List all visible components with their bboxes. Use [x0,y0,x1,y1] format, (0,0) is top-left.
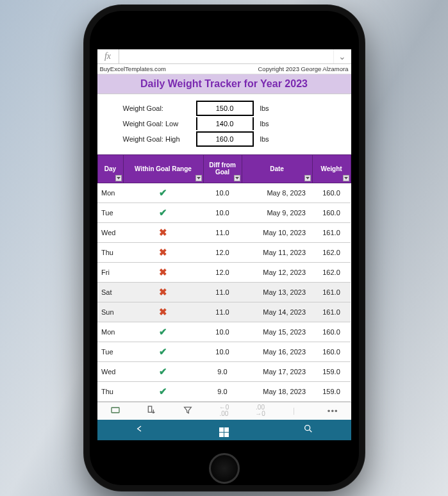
cell-in-range[interactable]: ✔ [123,322,203,342]
table-row[interactable]: Wed✖11.0May 10, 2023161.0 [97,222,351,242]
col-within-range[interactable]: Within Goal Range [123,154,203,183]
cell-diff[interactable]: 9.0 [203,381,242,401]
cell-diff[interactable]: 12.0 [203,242,242,262]
cell-in-range[interactable]: ✔ [123,381,203,401]
search-icon[interactable] [303,424,313,436]
decrease-decimal-icon[interactable]: ←0.00 [215,404,233,417]
cell-weight[interactable]: 159.0 [312,381,351,401]
cell-in-range[interactable]: ✖ [123,262,203,282]
cell-in-range[interactable]: ✖ [123,242,203,262]
cell-diff[interactable]: 10.0 [203,342,242,361]
table-row[interactable]: Thu✔9.0May 18, 2023159.0 [97,381,351,401]
cell-weight[interactable]: 161.0 [312,222,351,242]
goal-row-high: Weight Goal: High 160.0 lbs [104,131,345,147]
cell-day[interactable]: Tue [97,342,123,361]
formula-bar: fx ⌄ [97,49,351,64]
goal-value-high[interactable]: 160.0 [196,131,254,147]
back-icon[interactable] [135,424,145,436]
cell-date[interactable]: May 17, 2023 [242,361,312,381]
cell-weight[interactable]: 159.0 [312,361,351,381]
cell-in-range[interactable]: ✔ [123,203,203,222]
cell-weight[interactable]: 161.0 [312,302,351,322]
cell-diff[interactable]: 11.0 [203,222,242,242]
cell-weight[interactable]: 160.0 [312,183,351,203]
cell-day[interactable]: Mon [97,183,123,203]
cell-date[interactable]: May 11, 2023 [242,242,312,262]
system-nav-bar [97,420,351,440]
cell-day[interactable]: Wed [97,222,123,242]
cell-day[interactable]: Sat [97,282,123,302]
cell-day[interactable]: Wed [97,361,123,381]
col-weight[interactable]: Weight [312,154,351,183]
cell-in-range[interactable]: ✔ [123,361,203,381]
cell-weight[interactable]: 162.0 [312,242,351,262]
screen: fx ⌄ BuyExcelTemplates.com Copyright 202… [97,49,351,440]
cell-date[interactable]: May 13, 2023 [242,282,312,302]
windows-icon[interactable] [219,423,229,437]
increase-decimal-icon[interactable]: .00→0 [251,404,269,417]
cell-date[interactable]: May 9, 2023 [242,203,312,222]
cell-day[interactable]: Tue [97,203,123,222]
col-label: Within Goal Range [135,165,192,172]
cell-weight[interactable]: 160.0 [312,203,351,222]
cell-date[interactable]: May 16, 2023 [242,342,312,361]
table-row[interactable]: Thu✖12.0May 11, 2023162.0 [97,242,351,262]
cell-day[interactable]: Sun [97,302,123,322]
cell-day[interactable]: Mon [97,322,123,342]
cell-date[interactable]: May 12, 2023 [242,262,312,282]
table-row[interactable]: Fri✖12.0May 12, 2023162.0 [97,262,351,282]
table-row[interactable]: Tue✔10.0May 16, 2023160.0 [97,342,351,361]
more-icon[interactable]: ••• [324,406,342,416]
sort-icon[interactable] [142,405,160,417]
table-row[interactable]: Wed✔9.0May 17, 2023159.0 [97,361,351,381]
cell-diff[interactable]: 10.0 [203,203,242,222]
card-view-icon[interactable] [106,405,124,417]
col-diff[interactable]: Diff from Goal [203,154,242,183]
cell-weight[interactable]: 161.0 [312,282,351,302]
table-row[interactable]: Sun✖11.0May 14, 2023161.0 [97,302,351,322]
cell-diff[interactable]: 12.0 [203,262,242,282]
filter-dropdown-icon[interactable] [343,175,349,181]
cell-in-range[interactable]: ✔ [123,342,203,361]
col-date[interactable]: Date [242,154,312,183]
cell-day[interactable]: Fri [97,262,123,282]
table-row[interactable]: Tue✔10.0May 9, 2023160.0 [97,203,351,222]
cell-date[interactable]: May 18, 2023 [242,381,312,401]
cell-weight[interactable]: 160.0 [312,342,351,361]
fx-button[interactable]: fx [97,49,119,63]
cell-weight[interactable]: 160.0 [312,322,351,342]
goal-value-target[interactable]: 150.0 [196,101,254,116]
page-title: Daily Weight Tracker for Year 2023 [97,74,351,94]
cell-day[interactable]: Thu [97,381,123,401]
cell-diff[interactable]: 10.0 [203,183,242,203]
cell-diff[interactable]: 11.0 [203,282,242,302]
cell-in-range[interactable]: ✖ [123,302,203,322]
filter-icon[interactable] [179,405,197,417]
table-row[interactable]: Sat✖11.0May 13, 2023161.0 [97,282,351,302]
phone-bezel: fx ⌄ BuyExcelTemplates.com Copyright 202… [90,11,359,485]
cell-diff[interactable]: 10.0 [203,322,242,342]
cell-in-range[interactable]: ✖ [123,282,203,302]
cell-diff[interactable]: 9.0 [203,361,242,381]
cell-date[interactable]: May 15, 2023 [242,322,312,342]
cell-day[interactable]: Thu [97,242,123,262]
cell-date[interactable]: May 8, 2023 [242,183,312,203]
filter-dropdown-icon[interactable] [115,175,122,181]
col-day[interactable]: Day [97,154,123,183]
cell-weight[interactable]: 162.0 [312,262,351,282]
cell-in-range[interactable]: ✔ [123,183,203,203]
cell-date[interactable]: May 14, 2023 [242,302,312,322]
cell-in-range[interactable]: ✖ [123,222,203,242]
filter-dropdown-icon[interactable] [195,175,202,181]
cell-diff[interactable]: 11.0 [203,302,242,322]
formula-expand-button[interactable]: ⌄ [333,49,351,63]
goal-unit: lbs [254,120,279,128]
more-partial-icon[interactable]: ⎸ [288,407,306,415]
filter-dropdown-icon[interactable] [234,175,240,181]
cell-date[interactable]: May 10, 2023 [242,222,312,242]
table-row[interactable]: Mon✔10.0May 8, 2023160.0 [97,183,351,203]
table-row[interactable]: Mon✔10.0May 15, 2023160.0 [97,322,351,342]
filter-dropdown-icon[interactable] [304,175,311,181]
home-button[interactable] [209,453,240,484]
goal-value-low[interactable]: 140.0 [196,117,254,130]
